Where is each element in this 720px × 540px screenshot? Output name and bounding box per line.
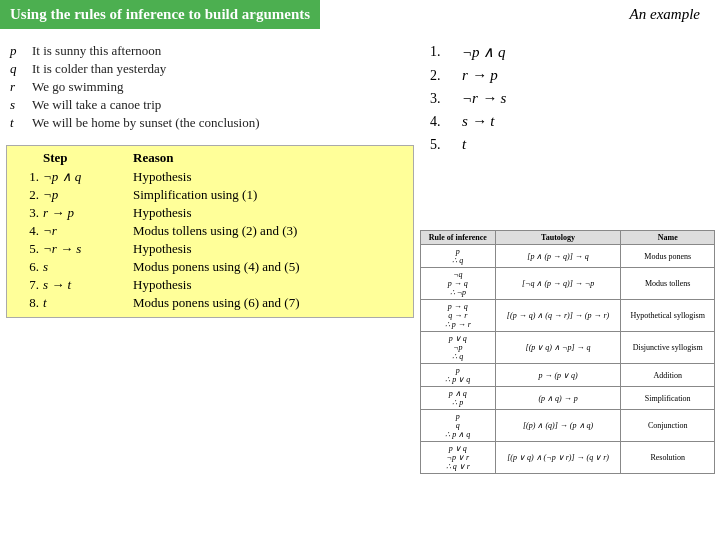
title-bar: Using the rules of inference to build ar…: [0, 0, 320, 29]
header-num: [15, 150, 43, 166]
variables-list: pIt is sunny this afternoonqIt is colder…: [0, 35, 420, 141]
step-expression: ¬p ∧ q: [43, 169, 133, 185]
num-expression: ¬p ∧ q: [462, 43, 506, 61]
step-expression: r → p: [43, 205, 133, 221]
num-expression: ¬r → s: [462, 90, 506, 107]
col-tautology: Tautology: [495, 231, 621, 245]
step-row: 4.¬rModus tollens using (2) and (3): [15, 223, 405, 239]
step-expression: s: [43, 259, 133, 275]
step-reason: Modus tollens using (2) and (3): [133, 223, 405, 239]
num-index: 5.: [430, 137, 452, 153]
var-description: We go swimming: [32, 79, 123, 95]
step-reason: Modus ponens using (6) and (7): [133, 295, 405, 311]
inference-row: p ∴ q [p ∧ (p → q)] → q Modus ponens: [421, 245, 715, 268]
step-row: 5.¬r → sHypothesis: [15, 241, 405, 257]
rule-cell: p ∴ p ∨ q: [421, 364, 496, 387]
step-row: 3.r → pHypothesis: [15, 205, 405, 221]
rule-cell: p q ∴ p ∧ q: [421, 410, 496, 442]
tautology-cell: [p ∧ (p → q)] → q: [495, 245, 621, 268]
step-reason: Hypothesis: [133, 277, 405, 293]
name-cell: Conjunction: [621, 410, 715, 442]
var-letter: p: [10, 43, 24, 59]
inference-table: Rule of inference Tautology Name p ∴ q […: [420, 230, 715, 474]
numbered-row: 5.t: [430, 136, 710, 153]
step-row: 7.s → tHypothesis: [15, 277, 405, 293]
steps-table: Step Reason 1.¬p ∧ qHypothesis2.¬pSimpli…: [6, 145, 414, 318]
col-rule: Rule of inference: [421, 231, 496, 245]
tautology-cell: [¬q ∧ (p → q)] → ¬p: [495, 268, 621, 300]
numbered-list: 1.¬p ∧ q2.r → p3.¬r → s4.s → t5.t: [420, 35, 720, 167]
step-number: 4.: [15, 223, 43, 239]
rule-cell: p ∧ q ∴ p: [421, 387, 496, 410]
variable-row: tWe will be home by sunset (the conclusi…: [10, 115, 410, 131]
step-row: 2.¬pSimplification using (1): [15, 187, 405, 203]
inference-table-header-row: Rule of inference Tautology Name: [421, 231, 715, 245]
numbered-row: 1.¬p ∧ q: [430, 43, 710, 61]
step-reason: Simplification using (1): [133, 187, 405, 203]
step-expression: t: [43, 295, 133, 311]
inference-row: p ∨ q ¬p ∨ r ∴ q ∨ r [(p ∨ q) ∧ (¬p ∨ r)…: [421, 442, 715, 474]
num-index: 2.: [430, 68, 452, 84]
num-expression: s → t: [462, 113, 495, 130]
rule-cell: ¬q p → q ∴ ¬p: [421, 268, 496, 300]
inference-row: p ∴ p ∨ q p → (p ∨ q) Addition: [421, 364, 715, 387]
num-index: 1.: [430, 44, 452, 60]
step-expression: s → t: [43, 277, 133, 293]
step-row: 6.sModus ponens using (4) and (5): [15, 259, 405, 275]
name-cell: Disjunctive syllogism: [621, 332, 715, 364]
inference-row: p ∧ q ∴ p (p ∧ q) → p Simplification: [421, 387, 715, 410]
inference-row: p q ∴ p ∧ q [(p) ∧ (q)] → (p ∧ q) Conjun…: [421, 410, 715, 442]
inference-row: ¬q p → q ∴ ¬p [¬q ∧ (p → q)] → ¬p Modus …: [421, 268, 715, 300]
inference-table-body: p ∴ q [p ∧ (p → q)] → q Modus ponens ¬q …: [421, 245, 715, 474]
tautology-cell: [(p → q) ∧ (q → r)] → (p → r): [495, 300, 621, 332]
header-reason: Reason: [133, 150, 405, 166]
tautology-cell: [(p ∨ q) ∧ (¬p ∨ r)] → (q ∨ r): [495, 442, 621, 474]
var-letter: q: [10, 61, 24, 77]
step-number: 3.: [15, 205, 43, 221]
tautology-cell: [(p ∨ q) ∧ ¬p] → q: [495, 332, 621, 364]
tautology-cell: [(p) ∧ (q)] → (p ∧ q): [495, 410, 621, 442]
step-row: 8.tModus ponens using (6) and (7): [15, 295, 405, 311]
header-step: Step: [43, 150, 133, 166]
step-expression: ¬r: [43, 223, 133, 239]
var-letter: r: [10, 79, 24, 95]
step-number: 8.: [15, 295, 43, 311]
step-reason: Hypothesis: [133, 241, 405, 257]
name-cell: Addition: [621, 364, 715, 387]
variable-row: sWe will take a canoe trip: [10, 97, 410, 113]
var-description: It is sunny this afternoon: [32, 43, 161, 59]
step-expression: ¬p: [43, 187, 133, 203]
var-description: We will take a canoe trip: [32, 97, 161, 113]
step-reason: Modus ponens using (4) and (5): [133, 259, 405, 275]
rule-cell: p ∨ q ¬p ∴ q: [421, 332, 496, 364]
step-expression: ¬r → s: [43, 241, 133, 257]
steps-header: Step Reason: [15, 150, 405, 166]
variable-row: rWe go swimming: [10, 79, 410, 95]
numbered-row: 3.¬r → s: [430, 90, 710, 107]
num-expression: r → p: [462, 67, 498, 84]
numbered-row: 2.r → p: [430, 67, 710, 84]
right-panel: 1.¬p ∧ q2.r → p3.¬r → s4.s → t5.t: [420, 35, 720, 167]
step-number: 7.: [15, 277, 43, 293]
variable-row: pIt is sunny this afternoon: [10, 43, 410, 59]
inference-row: p ∨ q ¬p ∴ q [(p ∨ q) ∧ ¬p] → q Disjunct…: [421, 332, 715, 364]
inference-row: p → q q → r ∴ p → r [(p → q) ∧ (q → r)] …: [421, 300, 715, 332]
step-number: 2.: [15, 187, 43, 203]
step-reason: Hypothesis: [133, 205, 405, 221]
name-cell: Modus tollens: [621, 268, 715, 300]
name-cell: Resolution: [621, 442, 715, 474]
numbered-row: 4.s → t: [430, 113, 710, 130]
rule-cell: p ∨ q ¬p ∨ r ∴ q ∨ r: [421, 442, 496, 474]
step-number: 1.: [15, 169, 43, 185]
num-expression: t: [462, 136, 466, 153]
rule-cell: p ∴ q: [421, 245, 496, 268]
step-row: 1.¬p ∧ qHypothesis: [15, 169, 405, 185]
an-example-label: An example: [630, 6, 700, 23]
tautology-cell: p → (p ∨ q): [495, 364, 621, 387]
tautology-cell: (p ∧ q) → p: [495, 387, 621, 410]
step-number: 6.: [15, 259, 43, 275]
num-index: 4.: [430, 114, 452, 130]
variable-row: qIt is colder than yesterday: [10, 61, 410, 77]
step-reason: Hypothesis: [133, 169, 405, 185]
num-index: 3.: [430, 91, 452, 107]
